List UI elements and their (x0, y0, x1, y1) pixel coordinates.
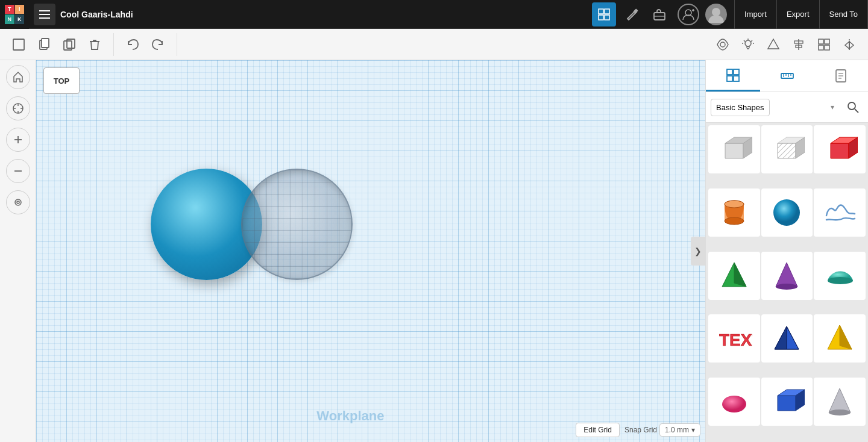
tab-ruler[interactable] (760, 60, 814, 92)
svg-rect-52 (781, 73, 793, 78)
svg-point-89 (722, 396, 746, 412)
svg-point-75 (725, 217, 744, 225)
shape-box[interactable] (708, 125, 760, 173)
dropdown-arrow-icon: ▾ (831, 103, 834, 111)
snap-value: 1.0 mm (665, 426, 689, 434)
svg-marker-93 (829, 388, 851, 412)
layers-button[interactable] (6, 190, 30, 214)
svg-line-62 (855, 109, 858, 113)
shapes-grid: TEXT (706, 123, 868, 442)
svg-rect-0 (39, 10, 50, 11)
tab-notes[interactable] (814, 60, 868, 92)
svg-marker-70 (831, 143, 849, 158)
shape-sphere-blue[interactable] (761, 188, 813, 237)
svg-rect-4 (605, 9, 609, 14)
zoom-in-button[interactable] (6, 128, 30, 152)
duplicate-button[interactable] (58, 33, 81, 56)
svg-marker-67 (778, 143, 796, 158)
nav-grid-button[interactable] (592, 2, 616, 26)
shape-cylinder-orange[interactable] (708, 188, 760, 237)
undo-button[interactable] (121, 33, 144, 56)
collapse-panel-button[interactable]: ❯ (691, 237, 705, 266)
logo: T I N K (0, 0, 29, 29)
shape-box-striped[interactable] (761, 125, 813, 173)
svg-point-82 (828, 277, 853, 284)
svg-rect-33 (819, 45, 823, 50)
mirror-button[interactable] (838, 33, 861, 56)
svg-point-61 (848, 102, 855, 110)
align-button[interactable] (787, 33, 810, 56)
search-shapes-button[interactable] (843, 97, 863, 117)
home-button[interactable] (6, 65, 30, 89)
new-workspace-button[interactable] (7, 33, 30, 56)
view-toggle-button[interactable] (711, 33, 734, 56)
add-user-button[interactable] (678, 4, 699, 25)
topbar-actions: Import Export Send To (734, 0, 868, 29)
svg-line-24 (751, 40, 752, 42)
delete-button[interactable] (83, 33, 106, 56)
snap-label: Snap Grid (624, 426, 657, 434)
topbar: T I N K Cool Gaaris-Lahdi Import Export … (0, 0, 868, 29)
svg-rect-49 (734, 69, 739, 75)
select-button[interactable] (6, 96, 30, 120)
shape-text-3d[interactable]: TEXT (708, 314, 760, 363)
svg-point-76 (725, 201, 744, 208)
shape-cube-red[interactable] (814, 125, 866, 173)
svg-marker-37 (849, 42, 854, 49)
tab-shapes[interactable] (706, 60, 760, 92)
shape-prism-blue[interactable] (761, 314, 813, 363)
svg-marker-90 (778, 396, 796, 411)
nav-hammer-button[interactable] (620, 2, 644, 26)
shape-gem-pink[interactable] (708, 378, 760, 426)
app-menu-button[interactable] (34, 4, 55, 25)
toolbar (0, 29, 868, 60)
snap-arrow-icon: ▾ (691, 426, 695, 434)
shape-cone-gray[interactable] (814, 378, 866, 426)
svg-marker-63 (725, 143, 743, 158)
svg-rect-31 (819, 39, 823, 44)
copy-button[interactable] (33, 33, 55, 56)
main-tools-group (7, 33, 114, 56)
svg-rect-48 (727, 69, 732, 75)
send-to-button[interactable]: Send To (820, 0, 868, 29)
shape-pyramid-yellow[interactable] (814, 314, 866, 363)
svg-rect-17 (42, 39, 49, 48)
user-avatar[interactable] (705, 4, 727, 25)
logo-n: N (5, 14, 14, 24)
svg-point-77 (773, 199, 800, 226)
workplane[interactable]: Workplane (36, 60, 705, 442)
nav-suitcase-button[interactable] (647, 2, 671, 26)
shape-pyramid-green[interactable] (708, 252, 760, 300)
svg-rect-15 (13, 39, 24, 50)
svg-rect-51 (734, 76, 739, 81)
gray-sphere-object[interactable] (241, 169, 353, 280)
svg-point-20 (720, 42, 725, 47)
svg-marker-80 (776, 263, 797, 287)
shape-half-sphere-teal[interactable] (814, 252, 866, 300)
shapes-category-select[interactable]: Basic Shapes Featured Letters Animals (711, 99, 770, 116)
shape-scribble[interactable] (814, 188, 866, 237)
export-button[interactable]: Export (777, 0, 820, 29)
svg-rect-3 (599, 9, 603, 14)
main-content: TOP Workplane ❯ Edit Grid Snap Grid 1.0 … (0, 60, 868, 442)
svg-rect-50 (727, 76, 732, 81)
right-panel: Basic Shapes Featured Letters Animals ▾ (705, 60, 868, 442)
shape-tools-button[interactable] (762, 33, 785, 56)
group-button[interactable] (813, 33, 835, 56)
svg-point-94 (829, 409, 851, 416)
svg-point-47 (17, 201, 19, 204)
light-button[interactable] (737, 33, 760, 56)
project-name: Cool Gaaris-Lahdi (60, 10, 592, 19)
shape-box-blue-dark[interactable] (761, 378, 813, 426)
snap-control: Snap Grid 1.0 mm ▾ (624, 423, 700, 437)
shape-cone-purple[interactable] (761, 252, 813, 300)
snap-dropdown[interactable]: 1.0 mm ▾ (659, 423, 700, 437)
svg-marker-36 (845, 42, 849, 49)
canvas-area[interactable]: TOP Workplane ❯ Edit Grid Snap Grid 1.0 … (36, 60, 705, 442)
edit-grid-button[interactable]: Edit Grid (576, 423, 620, 437)
import-button[interactable]: Import (735, 0, 777, 29)
view-label: TOP (43, 67, 80, 94)
svg-rect-2 (39, 17, 50, 19)
redo-button[interactable] (146, 33, 169, 56)
zoom-out-button[interactable] (6, 159, 30, 183)
